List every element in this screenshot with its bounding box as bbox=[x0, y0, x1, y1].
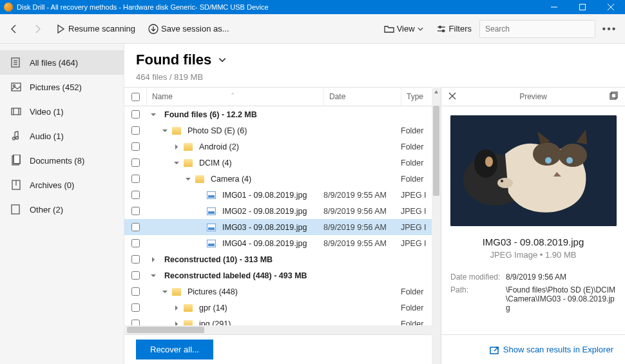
external-icon bbox=[489, 345, 499, 355]
file-row[interactable]: Pictures (448)Folder bbox=[124, 283, 432, 300]
more-button[interactable]: ••• bbox=[598, 23, 621, 35]
row-checkbox[interactable] bbox=[131, 255, 140, 263]
row-checkbox[interactable] bbox=[131, 287, 140, 296]
file-row[interactable]: Camera (4)Folder bbox=[124, 171, 432, 187]
chevron-down-icon[interactable] bbox=[184, 175, 193, 184]
chevron-down-icon[interactable] bbox=[160, 126, 169, 135]
image-file-icon bbox=[207, 191, 216, 199]
col-date[interactable]: Date bbox=[323, 88, 401, 106]
sidebar-item-other[interactable]: Other (2) bbox=[0, 197, 124, 222]
file-row[interactable]: Android (2)Folder bbox=[124, 139, 432, 155]
file-row[interactable]: IMG02 - 09.08.2019.jpg8/9/2019 9:56 AMJP… bbox=[124, 203, 432, 219]
row-checkbox[interactable] bbox=[131, 175, 140, 183]
content-header: Found files 464 files / 819 MB bbox=[124, 44, 625, 87]
window-title: Disk Drill - All recovery methods - Hard… bbox=[17, 3, 540, 11]
sidebar-item-audio[interactable]: Audio (1) bbox=[0, 124, 124, 148]
page-subtitle: 464 files / 819 MB bbox=[136, 72, 613, 82]
preview-path-value: \Found files\Photo SD (E)\DCIM\Camera\IM… bbox=[506, 285, 616, 312]
preview-close-button[interactable] bbox=[448, 91, 457, 102]
sidebar-item-documents[interactable]: Documents (8) bbox=[0, 148, 124, 173]
chevron-right-icon[interactable] bbox=[172, 142, 181, 151]
forward-button[interactable] bbox=[27, 17, 48, 41]
row-name: jpg (291) bbox=[199, 320, 231, 326]
svg-point-19 bbox=[16, 137, 19, 139]
resume-button[interactable]: Resume scanning bbox=[50, 17, 140, 41]
svg-point-39 bbox=[501, 180, 503, 182]
file-row[interactable]: DCIM (4)Folder bbox=[124, 155, 432, 171]
row-date: 8/9/2019 9:55 AM bbox=[323, 191, 401, 200]
file-row[interactable]: Reconstructed labeled (448) - 493 MB bbox=[124, 267, 432, 283]
row-checkbox[interactable] bbox=[131, 223, 140, 231]
row-type: Folder bbox=[401, 320, 432, 326]
back-button[interactable] bbox=[4, 17, 24, 41]
sidebar: All files (464) Pictures (452) Video (1)… bbox=[0, 44, 124, 364]
resume-label: Resume scanning bbox=[68, 24, 135, 34]
show-in-explorer-link[interactable]: Show scan results in Explorer bbox=[489, 345, 613, 355]
vertical-scrollbar[interactable] bbox=[432, 87, 441, 364]
row-checkbox[interactable] bbox=[131, 142, 140, 151]
file-row[interactable]: Photo SD (E) (6)Folder bbox=[124, 122, 432, 139]
chevron-down-icon[interactable] bbox=[149, 271, 158, 280]
chevron-right-icon[interactable] bbox=[172, 303, 181, 312]
row-type: Folder bbox=[401, 303, 432, 312]
col-type[interactable]: Type bbox=[401, 88, 432, 106]
sidebar-item-all-files[interactable]: All files (464) bbox=[0, 50, 124, 75]
chevron-down-icon[interactable] bbox=[149, 110, 158, 119]
row-checkbox[interactable] bbox=[131, 271, 140, 280]
row-checkbox[interactable] bbox=[131, 239, 140, 247]
select-all-checkbox[interactable] bbox=[131, 93, 140, 101]
row-name: Reconstructed (10) - 313 MB bbox=[164, 255, 273, 264]
chevron-right-icon[interactable] bbox=[172, 320, 181, 326]
view-button[interactable]: View bbox=[379, 17, 428, 41]
row-checkbox[interactable] bbox=[131, 207, 140, 215]
row-checkbox[interactable] bbox=[131, 320, 140, 325]
file-row[interactable]: IMG03 - 09.08.2019.jpg8/9/2019 9:56 AMJP… bbox=[124, 219, 432, 235]
row-name: Android (2) bbox=[199, 142, 239, 151]
file-row[interactable]: IMG04 - 09.08.2019.jpg8/9/2019 9:55 AMJP… bbox=[124, 235, 432, 251]
svg-point-38 bbox=[497, 178, 513, 188]
maximize-button[interactable] bbox=[568, 0, 597, 14]
preview-copy-button[interactable] bbox=[610, 91, 619, 102]
sidebar-item-label: Documents (8) bbox=[30, 156, 84, 166]
row-name: IMG02 - 09.08.2019.jpg bbox=[222, 207, 307, 216]
save-session-button[interactable]: Save session as... bbox=[143, 17, 235, 41]
close-button[interactable] bbox=[597, 0, 625, 14]
preview-filename: IMG03 - 09.08.2019.jpg bbox=[483, 236, 584, 247]
sidebar-item-label: Other (2) bbox=[30, 205, 63, 215]
file-row[interactable]: IMG01 - 09.08.2019.jpg8/9/2019 9:55 AMJP… bbox=[124, 187, 432, 203]
row-checkbox[interactable] bbox=[131, 191, 140, 199]
search-input[interactable] bbox=[479, 20, 595, 38]
row-date: 8/9/2019 9:56 AM bbox=[323, 207, 401, 216]
file-row[interactable]: gpr (14)Folder bbox=[124, 300, 432, 316]
filters-button[interactable]: Filters bbox=[431, 17, 477, 41]
recover-all-button[interactable]: Recover all... bbox=[136, 340, 213, 359]
row-checkbox[interactable] bbox=[131, 126, 140, 135]
row-date: 8/9/2019 9:55 AM bbox=[323, 239, 401, 248]
titlebar: Disk Drill - All recovery methods - Hard… bbox=[0, 0, 625, 14]
chevron-down-icon[interactable] bbox=[218, 55, 227, 64]
preview-title: Preview bbox=[457, 92, 610, 101]
svg-rect-1 bbox=[580, 5, 586, 10]
play-icon bbox=[55, 24, 66, 34]
chevron-down-icon[interactable] bbox=[160, 287, 169, 296]
view-label: View bbox=[397, 24, 415, 34]
row-checkbox[interactable] bbox=[131, 110, 140, 119]
file-row[interactable]: Reconstructed (10) - 313 MB bbox=[124, 251, 432, 267]
svg-point-35 bbox=[559, 144, 587, 167]
minimize-button[interactable] bbox=[540, 0, 568, 14]
sliders-icon bbox=[436, 24, 447, 34]
horizontal-scrollbar[interactable] bbox=[124, 325, 432, 334]
sidebar-item-video[interactable]: Video (1) bbox=[0, 99, 124, 124]
sidebar-item-pictures[interactable]: Pictures (452) bbox=[0, 75, 124, 99]
file-row[interactable]: jpg (291)Folder bbox=[124, 316, 432, 325]
sidebar-item-label: Audio (1) bbox=[30, 131, 64, 141]
chevron-right-icon[interactable] bbox=[149, 255, 158, 264]
file-row[interactable]: Found files (6) - 12.2 MB bbox=[124, 106, 432, 122]
row-name: IMG03 - 09.08.2019.jpg bbox=[222, 223, 307, 232]
row-checkbox[interactable] bbox=[131, 303, 140, 312]
bottom-bar: Recover all... bbox=[124, 334, 432, 364]
col-name[interactable]: Name˄ bbox=[146, 88, 323, 106]
row-checkbox[interactable] bbox=[131, 158, 140, 167]
chevron-down-icon[interactable] bbox=[172, 158, 181, 168]
sidebar-item-archives[interactable]: Archives (0) bbox=[0, 173, 124, 197]
